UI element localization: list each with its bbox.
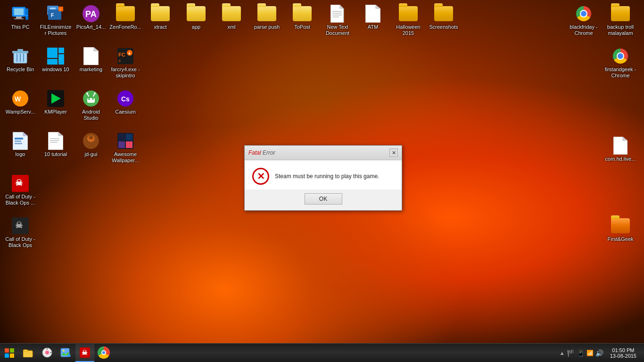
taskbar-file-explorer[interactable] xyxy=(19,344,38,362)
desktop-icon-codblackops2[interactable]: ☠ Call of Duty - Black Ops xyxy=(2,214,38,250)
comlive-icon xyxy=(611,136,630,155)
desktop-icon-app-label: app xyxy=(192,24,200,30)
desktop-icon-topost[interactable]: ToPost xyxy=(284,2,320,32)
system-clock[interactable]: 01:50 PM 13-08-2015 xyxy=(606,347,640,359)
wampserver-icon: W xyxy=(11,89,30,108)
desktop-icon-blackfriday[interactable]: blackfriday - Chrome xyxy=(566,2,602,38)
clock-date: 13-08-2015 xyxy=(610,353,636,359)
desktop-icon-zenfonerom[interactable]: ZenFoneRo... xyxy=(107,2,143,32)
win-logo-yellow xyxy=(10,354,14,358)
desktop-icon-topost-label: ToPost xyxy=(294,24,310,30)
desktop-icon-caesium[interactable]: Cs Caesium xyxy=(107,87,143,117)
desktop-icon-xtract-label: xtract xyxy=(154,24,167,30)
svg-text:-: - xyxy=(59,7,61,11)
desktop-icon-logo[interactable]: logo xyxy=(2,130,38,159)
start-button[interactable] xyxy=(0,344,19,362)
desktop-icon-10tutorial[interactable]: 10 tutorial xyxy=(38,130,74,159)
desktop-icon-firstandgeek2[interactable]: First&Geek xyxy=(603,214,638,244)
desktop-icon-comlive[interactable]: com.hd.live... xyxy=(603,134,638,164)
newtextdoc-icon xyxy=(328,4,347,23)
svg-text:☠: ☠ xyxy=(15,221,23,230)
win-logo-blue xyxy=(5,354,9,358)
desktop-icon-screenshots-label: Screenshots xyxy=(429,24,458,30)
taskbar-paint[interactable] xyxy=(38,344,57,362)
taskbar-image-editor[interactable] xyxy=(57,344,75,362)
desktop-icon-codblackops2-label: Call of Duty - Black Ops xyxy=(4,236,36,248)
windows10-icon xyxy=(46,47,65,66)
desktop-icon-recyclebin[interactable]: Recycle Bin xyxy=(2,45,38,74)
farcry4-icon: FC 4 4 xyxy=(116,47,135,66)
desktop-icon-halloween-label: Halloween 2015 xyxy=(392,24,424,36)
svg-rect-2 xyxy=(16,16,22,18)
desktop-icon-newtextdoc-label: New Text Document xyxy=(322,24,354,36)
svg-marker-30 xyxy=(47,59,58,65)
atm-icon xyxy=(363,4,382,23)
cod-icon-1: ☠ xyxy=(11,174,30,193)
desktop-icon-marketing[interactable]: marketing xyxy=(73,45,109,74)
desktop-icon-logo-label: logo xyxy=(16,151,25,157)
taskbar-cod[interactable]: ☠ xyxy=(75,344,94,362)
svg-point-65 xyxy=(89,136,93,140)
desktop-icon-screenshots[interactable]: Screenshots xyxy=(426,2,462,32)
desktop-icon-kmplayer-label: KMPlayer xyxy=(44,109,67,115)
desktop-icon-xtract[interactable]: xtract xyxy=(142,2,178,32)
tray-arrow[interactable]: ▲ xyxy=(560,350,565,356)
svg-marker-73 xyxy=(623,137,627,140)
desktop-icon-backuptroll[interactable]: backup troll malayalam xyxy=(603,2,638,38)
svg-rect-71 xyxy=(126,141,132,148)
desktop-icon-xml[interactable]: xml xyxy=(214,2,249,32)
desktop-icon-farcry4[interactable]: FC 4 4 farcry4.exe -skipintro xyxy=(107,45,143,81)
desktop-icon-firstandgeek[interactable]: firstandgeek - Chrome xyxy=(603,45,638,81)
desktop-icon-wampserver[interactable]: W WampServ... xyxy=(2,87,38,117)
desktop-icon-newtextdoc[interactable]: New Text Document xyxy=(320,2,355,38)
jdgui-icon xyxy=(82,132,100,150)
desktop-icon-androidstudio-label: Android Studio xyxy=(75,109,107,121)
svg-rect-56 xyxy=(15,140,21,142)
svg-text:☠: ☠ xyxy=(15,178,23,188)
svg-text:☠: ☠ xyxy=(82,349,88,356)
desktop-icon-parsepush[interactable]: parse push xyxy=(249,2,285,32)
desktop-icon-androidstudio[interactable]: Android Studio xyxy=(73,87,109,123)
svg-rect-1 xyxy=(14,8,24,15)
topost-icon xyxy=(293,4,312,23)
svg-rect-55 xyxy=(15,138,23,140)
desktop-icon-backuptroll-label: backup troll malayalam xyxy=(604,24,636,36)
desktop-icon-app[interactable]: app xyxy=(178,2,214,32)
desktop-icon-awesomewallpaper[interactable]: Awesome Wallpaper... xyxy=(107,130,143,165)
desktop-icon-awesomewallpaper-label: Awesome Wallpaper... xyxy=(109,151,141,164)
desktop-icon-fileminimizer[interactable]: F - FILEminimizer Pictures xyxy=(38,2,74,38)
desktop-icon-jdgui[interactable]: jd-gui xyxy=(73,130,109,159)
androidstudio-icon xyxy=(82,89,100,108)
svg-point-46 xyxy=(92,98,94,100)
svg-marker-31 xyxy=(58,54,64,65)
clock-time: 01:50 PM xyxy=(612,347,634,353)
svg-point-45 xyxy=(88,98,90,100)
desktop-icon-codblackops1[interactable]: ☠ Call of Duty - Black Ops ... xyxy=(2,172,38,208)
desktop-icon-jdgui-label: jd-gui xyxy=(85,151,98,157)
desktop-icon-picsart[interactable]: PA PicsArt_14... xyxy=(73,2,109,32)
svg-point-85 xyxy=(63,350,65,352)
desktop-icon-recyclebin-label: Recycle Bin xyxy=(7,66,34,73)
desktop-icon-10tutorial-label: 10 tutorial xyxy=(44,151,67,157)
desktop-icon-this-pc[interactable]: This PC xyxy=(2,2,38,32)
desktop-icon-kmplayer[interactable]: KMPlayer xyxy=(38,87,74,117)
svg-rect-69 xyxy=(126,134,132,140)
tray-volume[interactable]: 🔊 xyxy=(595,349,603,357)
desktop-icon-halloween[interactable]: Halloween 2015 xyxy=(390,2,426,38)
svg-rect-24 xyxy=(17,49,23,51)
desktop-icon-windows10[interactable]: windows 10 xyxy=(38,45,74,74)
taskbar-chrome[interactable] xyxy=(94,344,113,362)
zenfonerom-icon xyxy=(116,4,135,23)
logo-icon xyxy=(11,132,30,150)
svg-marker-59 xyxy=(58,132,63,136)
svg-point-49 xyxy=(86,92,88,94)
svg-marker-33 xyxy=(94,47,99,51)
pc-icon xyxy=(11,4,30,23)
windows-logo xyxy=(5,348,14,358)
svg-text:PA: PA xyxy=(85,9,97,19)
desktop-icon-xml-label: xml xyxy=(227,24,235,30)
tray-flag: 🏴 xyxy=(567,349,575,357)
svg-marker-15 xyxy=(340,5,344,8)
desktop-icon-atm[interactable]: ATM xyxy=(355,2,391,32)
win-logo-red xyxy=(5,348,9,353)
